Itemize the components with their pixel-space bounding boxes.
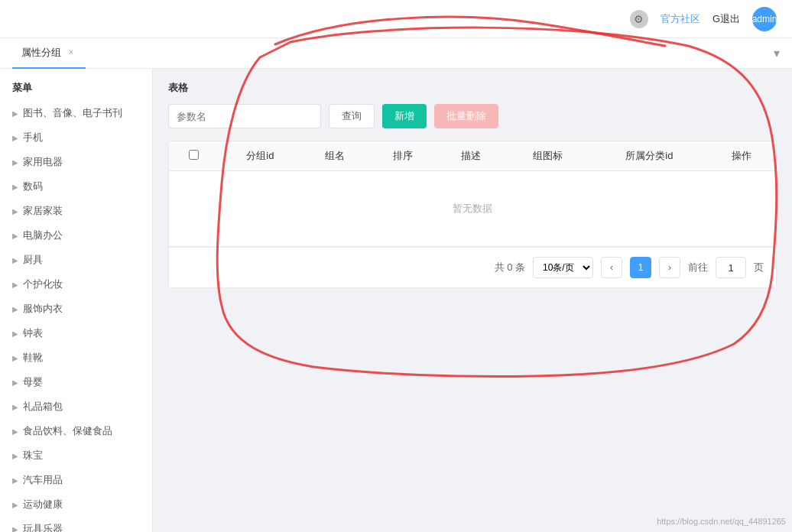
header: ⚙ 官方社区 G退出 admin bbox=[0, 0, 792, 38]
sidebar-arrow-icon: ▶ bbox=[12, 525, 18, 533]
empty-text: 暂无数据 bbox=[169, 171, 776, 247]
goto-label: 前往 bbox=[688, 261, 708, 274]
current-page-button[interactable]: 1 bbox=[630, 257, 651, 278]
sidebar-item[interactable]: ▶厨具 bbox=[0, 248, 152, 272]
sidebar-item[interactable]: ▶钟表 bbox=[0, 321, 152, 345]
sidebar-item-label: 玩具乐器 bbox=[23, 522, 63, 532]
sidebar-item-label: 服饰内衣 bbox=[23, 302, 63, 316]
table-column-5: 组图标 bbox=[505, 141, 591, 171]
table-column-0 bbox=[169, 141, 219, 171]
sidebar-item-label: 食品饮料、保健食品 bbox=[23, 424, 112, 438]
table-column-1: 分组id bbox=[219, 141, 301, 171]
table-column-3: 排序 bbox=[369, 141, 437, 171]
sidebar-item[interactable]: ▶手机 bbox=[0, 125, 152, 150]
tabs-bar: 属性分组 × ▾ bbox=[0, 38, 792, 69]
sidebar-item-label: 钟表 bbox=[23, 326, 43, 340]
goto-input[interactable] bbox=[716, 257, 746, 278]
table-column-2: 组名 bbox=[301, 141, 369, 171]
table-column-6: 所属分类id bbox=[591, 141, 708, 171]
batch-delete-button[interactable]: 批量删除 bbox=[434, 104, 498, 128]
sidebar-item[interactable]: ▶图书、音像、电子书刊 bbox=[0, 101, 152, 125]
sidebar-arrow-icon: ▶ bbox=[12, 501, 18, 509]
table-column-4: 描述 bbox=[437, 141, 505, 171]
sidebar-item-label: 礼品箱包 bbox=[23, 400, 63, 414]
tab-label: 属性分组 bbox=[21, 46, 61, 60]
table-column-7: 操作 bbox=[708, 141, 776, 171]
sidebar-item-label: 个护化妆 bbox=[23, 277, 63, 291]
sidebar-item-label: 鞋靴 bbox=[23, 351, 43, 365]
select-all-checkbox[interactable] bbox=[189, 150, 199, 160]
page-label: 页 bbox=[754, 261, 764, 274]
data-table: 分组id组名排序描述组图标所属分类id操作 暂无数据 共 0 条 10条/页20… bbox=[168, 141, 777, 288]
sidebar-item[interactable]: ▶个护化妆 bbox=[0, 272, 152, 297]
add-button[interactable]: 新增 bbox=[382, 104, 427, 128]
sidebar-arrow-icon: ▶ bbox=[12, 207, 18, 216]
sidebar-item-label: 电脑办公 bbox=[23, 229, 63, 242]
search-input[interactable] bbox=[168, 104, 321, 128]
sidebar-item[interactable]: ▶电脑办公 bbox=[0, 223, 152, 248]
tab-right-icon[interactable]: ▾ bbox=[774, 46, 780, 60]
sidebar-item-label: 家用电器 bbox=[23, 155, 63, 169]
sidebar-arrow-icon: ▶ bbox=[12, 158, 18, 167]
sidebar-item[interactable]: ▶家居家装 bbox=[0, 199, 152, 223]
toolbar: 查询 新增 批量删除 bbox=[168, 104, 777, 128]
sidebar-arrow-icon: ▶ bbox=[12, 134, 18, 142]
sidebar-arrow-icon: ▶ bbox=[12, 256, 18, 264]
pagination: 共 0 条 10条/页20条/页50条/页 ‹ 1 › 前往 页 bbox=[169, 247, 776, 287]
sidebar-arrow-icon: ▶ bbox=[12, 354, 18, 362]
sidebar-item-label: 家居家装 bbox=[23, 204, 63, 218]
sidebar-item-label: 厨具 bbox=[23, 253, 43, 267]
sidebar-arrow-icon: ▶ bbox=[12, 232, 18, 240]
sidebar-item-label: 运动健康 bbox=[23, 498, 63, 511]
sidebar-item[interactable]: ▶食品饮料、保健食品 bbox=[0, 419, 152, 443]
empty-row: 暂无数据 bbox=[169, 171, 776, 247]
content-area: 表格 查询 新增 批量删除 分组id组名排序描述组图标所属分类id操作 暂无数据… bbox=[153, 69, 792, 532]
sidebar-item[interactable]: ▶鞋靴 bbox=[0, 345, 152, 370]
sidebar-item-label: 图书、音像、电子书刊 bbox=[23, 106, 122, 120]
sidebar-item[interactable]: ▶母婴 bbox=[0, 370, 152, 394]
sidebar-item[interactable]: ▶数码 bbox=[0, 174, 152, 199]
table-header: 分组id组名排序描述组图标所属分类id操作 bbox=[169, 141, 776, 171]
sidebar-arrow-icon: ▶ bbox=[12, 329, 18, 338]
sidebar-item-label: 手机 bbox=[23, 131, 43, 144]
sidebar-arrow-icon: ▶ bbox=[12, 109, 18, 118]
next-page-button[interactable]: › bbox=[659, 257, 680, 278]
sidebar-item-label: 数码 bbox=[23, 180, 43, 193]
sidebar-item[interactable]: ▶玩具乐器 bbox=[0, 517, 152, 532]
section-title: 表格 bbox=[168, 81, 777, 95]
avatar: admin bbox=[752, 7, 777, 31]
sidebar-arrow-icon: ▶ bbox=[12, 427, 18, 436]
watermark: https://blog.csdn.net/qq_44891265 bbox=[657, 517, 786, 526]
sidebar-item[interactable]: ▶汽车用品 bbox=[0, 468, 152, 492]
sidebar-arrow-icon: ▶ bbox=[12, 452, 18, 460]
sidebar-item-label: 珠宝 bbox=[23, 449, 43, 462]
sidebar-item[interactable]: ▶礼品箱包 bbox=[0, 394, 152, 419]
main-layout: 菜单 ▶图书、音像、电子书刊▶手机▶家用电器▶数码▶家居家装▶电脑办公▶厨具▶个… bbox=[0, 69, 792, 532]
sidebar-arrow-icon: ▶ bbox=[12, 403, 18, 411]
community-link[interactable]: 官方社区 bbox=[661, 12, 700, 26]
sidebar-arrow-icon: ▶ bbox=[12, 183, 18, 191]
query-button[interactable]: 查询 bbox=[329, 104, 375, 128]
sidebar-arrow-icon: ▶ bbox=[12, 378, 18, 387]
sidebar-item[interactable]: ▶珠宝 bbox=[0, 443, 152, 468]
tab-close-icon[interactable]: × bbox=[66, 47, 76, 58]
sidebar-title: 菜单 bbox=[0, 76, 152, 101]
sidebar-item-label: 母婴 bbox=[23, 375, 43, 389]
sidebar: 菜单 ▶图书、音像、电子书刊▶手机▶家用电器▶数码▶家居家装▶电脑办公▶厨具▶个… bbox=[0, 69, 153, 532]
per-page-select[interactable]: 10条/页20条/页50条/页 bbox=[533, 257, 593, 278]
logout-label[interactable]: G退出 bbox=[712, 12, 740, 26]
sidebar-item[interactable]: ▶家用电器 bbox=[0, 150, 152, 174]
active-tab[interactable]: 属性分组 × bbox=[12, 38, 86, 69]
sidebar-arrow-icon: ▶ bbox=[12, 476, 18, 485]
prev-page-button[interactable]: ‹ bbox=[601, 257, 622, 278]
sidebar-item[interactable]: ▶服饰内衣 bbox=[0, 297, 152, 321]
sidebar-arrow-icon: ▶ bbox=[12, 305, 18, 313]
sidebar-item[interactable]: ▶运动健康 bbox=[0, 492, 152, 517]
settings-icon[interactable]: ⚙ bbox=[630, 10, 648, 28]
sidebar-arrow-icon: ▶ bbox=[12, 281, 18, 289]
sidebar-item-label: 汽车用品 bbox=[23, 473, 63, 487]
total-count: 共 0 条 bbox=[495, 261, 525, 274]
